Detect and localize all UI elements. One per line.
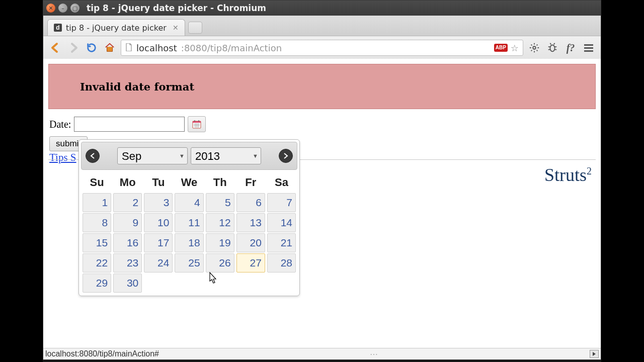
tips-link[interactable]: Tips S <box>49 151 76 163</box>
datepicker-day[interactable]: 26 <box>206 253 234 273</box>
datepicker-day[interactable]: 14 <box>267 213 296 232</box>
datepicker-day[interactable]: 17 <box>144 233 173 252</box>
datepicker-day[interactable]: 9 <box>113 213 142 232</box>
datepicker-day[interactable]: 5 <box>206 193 234 212</box>
datepicker-day[interactable]: 2 <box>113 193 142 212</box>
window-maximize-button[interactable]: ▢ <box>70 4 79 13</box>
address-host: localhost <box>136 43 177 53</box>
date-label: Date: <box>49 119 71 130</box>
datepicker-day[interactable]: 7 <box>267 193 296 212</box>
datepicker-dow-header: Sa <box>267 173 296 192</box>
datepicker-popup: Sep 2013 SuMoTuWeThFrSa 1234567891011121… <box>78 139 300 296</box>
window-titlebar: ✕ – ▢ tip 8 - jQuery date picker - Chrom… <box>43 1 601 16</box>
datepicker-day[interactable]: 4 <box>175 193 203 212</box>
tab-strip: d tip 8 - jQuery date picker ✕ <box>43 16 601 36</box>
datepicker-month-select[interactable]: Sep <box>117 147 188 164</box>
datepicker-day[interactable]: 1 <box>83 193 111 212</box>
error-banner: Invalid date format <box>48 64 596 109</box>
datepicker-day[interactable]: 30 <box>113 274 142 293</box>
browser-tab[interactable]: d tip 8 - jQuery date picker ✕ <box>47 19 185 36</box>
window-title: tip 8 - jQuery date picker - Chromium <box>87 3 266 13</box>
tab-title: tip 8 - jQuery date picker <box>66 23 167 33</box>
datepicker-day[interactable]: 12 <box>206 213 234 232</box>
datepicker-prev-button[interactable] <box>86 149 100 163</box>
date-input[interactable] <box>74 117 185 132</box>
datepicker-next-button[interactable] <box>279 149 293 163</box>
page-icon <box>125 43 132 53</box>
horizontal-scroll-right-button[interactable] <box>590 350 599 358</box>
datepicker-dow-header: Mo <box>113 173 142 192</box>
firebug-fq-icon[interactable]: f? <box>564 41 578 55</box>
hamburger-icon <box>584 44 593 52</box>
datepicker-day[interactable]: 27 <box>236 253 265 273</box>
open-calendar-button[interactable] <box>188 116 206 132</box>
svg-point-1 <box>550 45 554 52</box>
datepicker-dow-header: Tu <box>143 173 173 192</box>
bookmark-star-icon[interactable]: ☆ <box>511 43 519 53</box>
browser-window: ✕ – ▢ tip 8 - jQuery date picker - Chrom… <box>43 0 601 360</box>
datepicker-day[interactable]: 29 <box>83 274 111 293</box>
datepicker-day[interactable]: 19 <box>206 233 234 252</box>
home-button[interactable] <box>103 41 117 55</box>
datepicker-day[interactable]: 16 <box>113 233 142 252</box>
browser-toolbar: localhost:8080/tip8/mainAction ABP ☆ f? <box>43 36 601 60</box>
new-tab-button[interactable] <box>188 22 202 34</box>
back-button[interactable] <box>48 41 62 55</box>
datepicker-day[interactable]: 3 <box>144 193 173 212</box>
datepicker-dow-header: We <box>174 173 204 192</box>
datepicker-grid: SuMoTuWeThFrSa 1234567891011121314151617… <box>81 172 297 294</box>
datepicker-day[interactable]: 28 <box>267 253 296 273</box>
datepicker-day[interactable]: 20 <box>236 233 265 252</box>
forward-button[interactable] <box>66 41 80 55</box>
error-message: Invalid date format <box>80 80 194 93</box>
datepicker-day[interactable]: 11 <box>175 213 203 232</box>
datepicker-day[interactable]: 6 <box>236 193 265 212</box>
chevron-left-icon <box>90 153 95 159</box>
menu-button[interactable] <box>582 41 596 55</box>
tab-close-icon[interactable]: ✕ <box>173 24 179 32</box>
window-close-button[interactable]: ✕ <box>46 4 55 13</box>
window-minimize-button[interactable]: – <box>58 4 67 13</box>
datepicker-day[interactable]: 8 <box>83 213 111 232</box>
datepicker-day[interactable]: 10 <box>144 213 173 232</box>
tab-favicon: d <box>54 24 62 32</box>
datepicker-dow-header: Th <box>205 173 235 192</box>
datepicker-day[interactable]: 24 <box>144 253 173 273</box>
bug-icon[interactable] <box>545 41 559 55</box>
datepicker-day[interactable]: 23 <box>113 253 142 273</box>
status-bar: localhost:8080/tip8/mainAction# ⋯ <box>43 348 601 359</box>
datepicker-day[interactable]: 21 <box>267 233 296 252</box>
calendar-icon <box>192 120 201 129</box>
status-grip-icon: ⋯ <box>370 349 379 359</box>
svg-point-0 <box>533 46 536 49</box>
settings-gear-icon[interactable] <box>527 41 541 55</box>
datepicker-year-select[interactable]: 2013 <box>191 147 261 164</box>
page-content: Invalid date format Date: <box>43 59 601 348</box>
datepicker-dow-header: Su <box>82 173 112 192</box>
address-bar[interactable]: localhost:8080/tip8/mainAction ABP ☆ <box>121 40 523 56</box>
svg-rect-3 <box>193 121 201 123</box>
datepicker-day[interactable]: 18 <box>175 233 203 252</box>
adblock-icon[interactable]: ABP <box>494 44 508 52</box>
chevron-right-icon <box>283 153 288 159</box>
address-path: :8080/tip8/mainAction <box>181 43 282 53</box>
datepicker-day[interactable]: 13 <box>236 213 265 232</box>
status-text: localhost:8080/tip8/mainAction# <box>45 349 159 358</box>
datepicker-day[interactable]: 25 <box>175 253 203 273</box>
datepicker-day[interactable]: 22 <box>83 253 111 273</box>
datepicker-day[interactable]: 15 <box>83 233 111 252</box>
datepicker-header: Sep 2013 <box>81 142 297 170</box>
reload-button[interactable] <box>85 41 99 55</box>
date-form-row: Date: <box>49 116 601 132</box>
struts-logo: Struts2 <box>544 164 592 186</box>
datepicker-dow-header: Fr <box>236 173 266 192</box>
